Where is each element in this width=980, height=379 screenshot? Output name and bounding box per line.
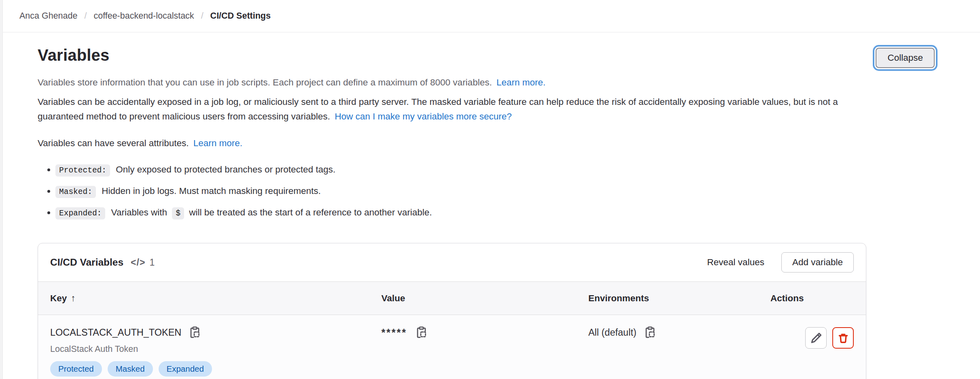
column-header-value: Value: [369, 282, 576, 315]
settings-content: Variables Collapse Variables store infor…: [0, 32, 980, 379]
code-icon: </>: [131, 257, 145, 268]
variables-intro-text: Variables store information that you can…: [38, 75, 940, 90]
intro-text: Variables store information that you can…: [38, 77, 492, 87]
protected-badge: Protected: [50, 361, 102, 377]
breadcrumb-namespace[interactable]: Anca Ghenade: [19, 11, 77, 21]
attributes-text: Variables can have several attributes. L…: [38, 136, 940, 151]
breadcrumb-bar: Anca Ghenade / coffee-backend-localstack…: [0, 0, 980, 32]
attribute-badges: Protected Masked Expanded: [50, 361, 357, 377]
clipboard-copy-icon: [415, 326, 428, 339]
edit-variable-button[interactable]: [805, 327, 827, 349]
window-left-edge: [0, 0, 3, 379]
copy-environments-button[interactable]: [644, 326, 656, 339]
table-row: LOCALSTACK_AUTH_TOKEN LocalStack Au: [38, 315, 866, 379]
collapse-button[interactable]: Collapse: [876, 48, 935, 68]
table-header-row: Key↑ Value Environments Actions: [38, 282, 866, 315]
pencil-icon: [810, 332, 822, 344]
reveal-values-button[interactable]: Reveal values: [707, 257, 764, 268]
page-title: Variables: [38, 46, 109, 64]
column-header-key[interactable]: Key↑: [38, 282, 369, 315]
column-header-actions: Actions: [758, 282, 866, 315]
ci-cd-variables-card: CI/CD Variables </> 1 Reveal values Add …: [38, 243, 866, 379]
list-item-expanded: Expanded: Variables with $ will be treat…: [55, 205, 940, 221]
attribute-list: Protected: Only exposed to protected bra…: [38, 162, 940, 221]
masked-value: *****: [381, 327, 407, 339]
breadcrumb-separator: /: [84, 11, 87, 21]
sort-ascending-icon: ↑: [71, 293, 76, 303]
clipboard-copy-icon: [644, 326, 656, 339]
delete-variable-button[interactable]: [832, 327, 854, 349]
masked-badge: Masked: [108, 361, 153, 377]
key-header-label: Key: [50, 293, 67, 303]
protected-code-label: Protected:: [55, 164, 110, 177]
add-variable-button[interactable]: Add variable: [781, 252, 854, 273]
clipboard-copy-icon: [189, 326, 201, 339]
masked-warning-text: Variables can be accidentally exposed in…: [38, 95, 869, 124]
copy-key-button[interactable]: [189, 326, 201, 339]
secure-variables-link[interactable]: How can I make my variables more secure?: [335, 111, 512, 121]
copy-value-button[interactable]: [415, 326, 428, 339]
learn-more-link[interactable]: Learn more.: [193, 138, 242, 148]
learn-more-link[interactable]: Learn more.: [496, 77, 545, 87]
variable-description: LocalStack Auth Token: [50, 344, 357, 354]
list-item-masked: Masked: Hidden in job logs. Must match m…: [55, 183, 940, 200]
masked-code-label: Masked:: [55, 186, 96, 198]
breadcrumb-project[interactable]: coffee-backend-localstack: [93, 11, 194, 21]
card-title: CI/CD Variables: [50, 257, 123, 268]
dollar-code-label: $: [172, 207, 184, 219]
breadcrumb-separator: /: [201, 11, 204, 21]
expanded-badge: Expanded: [159, 361, 212, 377]
variable-count: 1: [149, 257, 155, 268]
protected-description: Only exposed to protected branches or pr…: [116, 164, 335, 175]
expanded-code-label: Expanded:: [55, 207, 105, 219]
expanded-description-end: will be treated as the start of a refere…: [189, 207, 432, 217]
trash-icon: [837, 332, 849, 344]
breadcrumb-current-page: CI/CD Settings: [210, 11, 271, 21]
expanded-description-start: Variables with: [111, 207, 167, 217]
variables-table: Key↑ Value Environments Actions LOCALSTA…: [38, 281, 866, 379]
environments-scope: All (default): [588, 327, 636, 338]
attributes-intro: Variables can have several attributes.: [38, 138, 189, 148]
masked-description: Hidden in job logs. Must match masking r…: [102, 186, 321, 196]
breadcrumb: Anca Ghenade / coffee-backend-localstack…: [19, 11, 271, 21]
variable-key: LOCALSTACK_AUTH_TOKEN: [50, 327, 181, 338]
column-header-environments: Environments: [576, 282, 758, 315]
list-item-protected: Protected: Only exposed to protected bra…: [55, 162, 940, 178]
